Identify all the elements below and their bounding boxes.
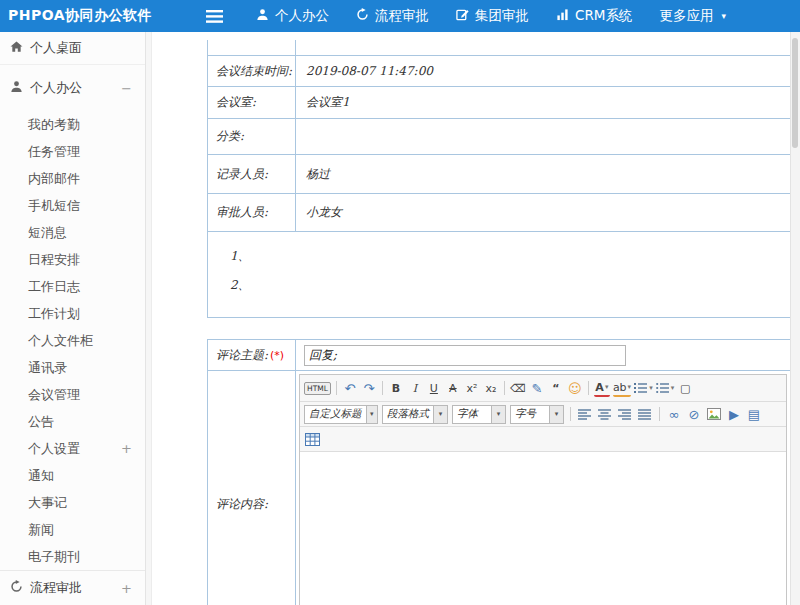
chevron-down-icon: ▾ bbox=[549, 406, 563, 423]
link-icon[interactable]: ∞ bbox=[666, 405, 682, 423]
emoticon-icon[interactable]: ☺ bbox=[567, 379, 583, 397]
editor-toolbar-row1: HTML ↶ ↷ B I U A x² x₂ ⌫ ✎ “ bbox=[300, 375, 786, 402]
undo-icon[interactable]: ↶ bbox=[342, 379, 358, 397]
sidebar-item-label: 手机短信 bbox=[28, 197, 80, 215]
sidebar-item-news[interactable]: 新闻 bbox=[0, 516, 145, 543]
superscript-icon[interactable]: x² bbox=[464, 379, 480, 397]
strikethrough-icon[interactable]: A bbox=[445, 379, 461, 397]
sidebar-item-tasks[interactable]: 任务管理 bbox=[0, 138, 145, 165]
nav-workflow-approval[interactable]: 流程审批 bbox=[356, 7, 429, 25]
expand-icon[interactable]: + bbox=[121, 441, 132, 456]
sidebar-item-sms[interactable]: 手机短信 bbox=[0, 192, 145, 219]
chevron-down-icon: ▾ bbox=[721, 11, 726, 21]
edit-approval-icon bbox=[456, 8, 469, 24]
paragraph-format-select[interactable]: 段落格式▾ bbox=[382, 405, 448, 424]
align-left-icon[interactable] bbox=[577, 405, 593, 423]
sidebar-item-internal-mail[interactable]: 内部邮件 bbox=[0, 165, 145, 192]
toolbar-separator bbox=[382, 381, 383, 395]
sidebar-item-label: 通知 bbox=[28, 467, 54, 485]
toolbar-separator bbox=[588, 381, 589, 395]
nav-crm-system[interactable]: CRM系统 bbox=[556, 7, 632, 25]
sidebar-item-notifications[interactable]: 通知 bbox=[0, 462, 145, 489]
chevron-down-icon: ▾ bbox=[366, 406, 378, 423]
format-painter-icon[interactable]: ✎ bbox=[529, 379, 545, 397]
sidebar-item-events[interactable]: 大事记 bbox=[0, 489, 145, 516]
font-size-select[interactable]: 字号▾ bbox=[510, 405, 564, 424]
sidebar-item-work-plan[interactable]: 工作计划 bbox=[0, 300, 145, 327]
sidebar-item-label: 新闻 bbox=[28, 521, 54, 539]
sidebar-item-label: 通讯录 bbox=[28, 359, 67, 377]
table-row-end-time: 会议结束时间: 2019-08-07 11:47:00 bbox=[208, 56, 790, 87]
field-value bbox=[296, 340, 790, 370]
unlink-icon[interactable]: ⊘ bbox=[686, 405, 702, 423]
table-row-meeting-room: 会议室: 会议室1 bbox=[208, 87, 790, 119]
image-icon[interactable] bbox=[706, 405, 722, 423]
underline-icon[interactable]: U bbox=[426, 379, 442, 397]
sidebar-item-meeting-management[interactable]: 会议管理 bbox=[0, 381, 145, 408]
unordered-list-icon[interactable]: ▾ bbox=[656, 379, 675, 397]
align-right-icon[interactable] bbox=[617, 405, 633, 423]
user-icon bbox=[10, 80, 23, 96]
sidebar-item-personal-settings[interactable]: 个人设置+ bbox=[0, 435, 145, 462]
blockquote-icon[interactable]: “ bbox=[548, 379, 564, 397]
table-row-comment-subject: 评论主题: (*) bbox=[208, 340, 790, 371]
bg-color-icon[interactable]: ab▾ bbox=[613, 380, 631, 397]
hamburger-menu-icon[interactable] bbox=[206, 10, 228, 23]
scrollbar-thumb[interactable] bbox=[792, 38, 798, 148]
field-label: 会议结束时间: bbox=[208, 56, 296, 86]
attachment-icon[interactable]: ▤ bbox=[746, 405, 762, 423]
insert-page-icon[interactable]: ▢ bbox=[677, 379, 693, 397]
workflow-icon bbox=[10, 580, 23, 596]
sidebar-item-announcements[interactable]: 公告 bbox=[0, 408, 145, 435]
nav-personal-office[interactable]: 个人办公 bbox=[256, 7, 329, 25]
font-family-select[interactable]: 字体▾ bbox=[452, 405, 506, 424]
sidebar-item-file-cabinet[interactable]: 个人文件柜 bbox=[0, 327, 145, 354]
italic-icon[interactable]: I bbox=[407, 379, 423, 397]
sidebar-scrollbar[interactable] bbox=[146, 32, 152, 605]
ordered-list-icon[interactable]: ▾ bbox=[634, 379, 653, 397]
bold-icon[interactable]: B bbox=[388, 379, 404, 397]
content-line: 2、 bbox=[230, 271, 250, 300]
sidebar-item-desktop[interactable]: 个人桌面 bbox=[0, 32, 145, 65]
nav-group-approval[interactable]: 集团审批 bbox=[456, 7, 529, 25]
heading-style-select[interactable]: 自定义标题▾ bbox=[304, 405, 378, 424]
subscript-icon[interactable]: x₂ bbox=[483, 379, 499, 397]
comment-subject-input[interactable] bbox=[304, 345, 626, 366]
field-value bbox=[296, 119, 790, 154]
sidebar-section-label: 个人办公 bbox=[30, 79, 82, 97]
table-icon[interactable] bbox=[304, 430, 320, 448]
sidebar-item-short-message[interactable]: 短消息 bbox=[0, 219, 145, 246]
sidebar-item-attendance[interactable]: 我的考勤 bbox=[0, 111, 145, 138]
font-color-icon[interactable]: A▾ bbox=[594, 380, 610, 397]
field-value: 会议室1 bbox=[296, 87, 790, 118]
toolbar-separator bbox=[659, 407, 660, 421]
page-scrollbar[interactable] bbox=[790, 32, 800, 605]
align-center-icon[interactable] bbox=[597, 405, 613, 423]
sidebar-item-contacts[interactable]: 通讯录 bbox=[0, 354, 145, 381]
sidebar-section-workflow-approval[interactable]: 流程审批 + bbox=[0, 570, 145, 605]
field-label: 评论主题: (*) bbox=[208, 340, 296, 370]
collapse-icon[interactable]: − bbox=[121, 81, 132, 96]
editor-content-area[interactable] bbox=[300, 452, 786, 605]
video-icon[interactable]: ▶ bbox=[726, 405, 742, 423]
sidebar-item-schedule[interactable]: 日程安排 bbox=[0, 246, 145, 273]
nav-more-apps[interactable]: 更多应用 ▾ bbox=[659, 7, 726, 25]
sidebar-item-e-journal[interactable]: 电子期刊 bbox=[0, 543, 145, 570]
editor-toolbar-row3 bbox=[300, 427, 786, 452]
chevron-down-icon: ▾ bbox=[649, 384, 653, 392]
comment-subject-label: 评论主题: bbox=[216, 347, 268, 364]
app-logo: PHPOA协同办公软件 bbox=[0, 7, 198, 25]
align-justify-icon[interactable] bbox=[637, 405, 653, 423]
sidebar-item-work-log[interactable]: 工作日志 bbox=[0, 273, 145, 300]
sidebar-item-label: 短消息 bbox=[28, 224, 67, 242]
expand-icon[interactable]: + bbox=[121, 581, 132, 596]
redo-icon[interactable]: ↷ bbox=[361, 379, 377, 397]
field-label: 会议室: bbox=[208, 87, 296, 118]
workflow-icon bbox=[356, 8, 369, 24]
toolbar-separator bbox=[504, 381, 505, 395]
remove-format-icon[interactable]: ⌫ bbox=[510, 379, 526, 397]
sidebar-item-label: 个人文件柜 bbox=[28, 332, 93, 350]
source-button[interactable]: HTML bbox=[304, 382, 331, 395]
sidebar-section-personal-office[interactable]: 个人办公 − bbox=[0, 70, 145, 106]
app-window: PHPOA协同办公软件 个人办公 流程审批 集团审批 bbox=[0, 0, 800, 605]
